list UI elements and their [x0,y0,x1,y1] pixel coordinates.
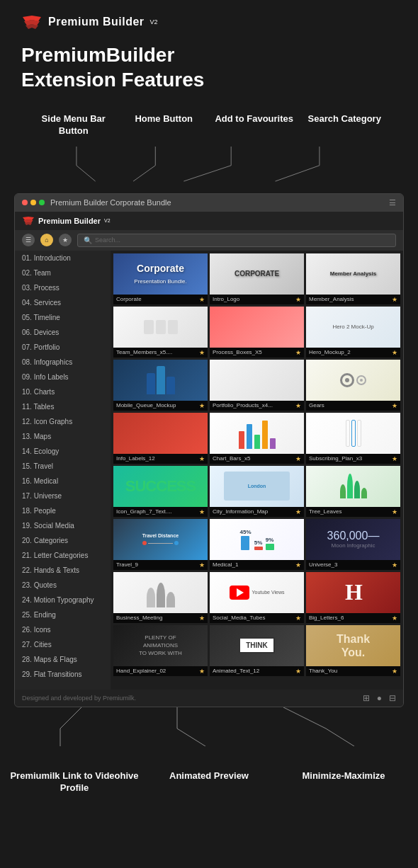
sidebar-item-0[interactable]: 01. Introduction [15,251,111,265]
brand-logo-icon [21,14,43,30]
svg-line-3 [133,166,155,181]
bottom-label-1: Premiumilk Link to Videohive Profile [7,770,142,794]
preview-button[interactable]: ● [377,693,382,703]
sidebar-item-5[interactable]: 06. Devices [15,325,111,340]
plugin-titlebar: Premium Builder Corporate Bundle ☰ [15,194,403,212]
sidebar-item-9[interactable]: 10. Charts [15,384,111,399]
plugin-version: V2 [104,218,111,223]
connector-lines-bottom [14,707,404,749]
grid-item-hero[interactable]: Hero 2 Mock-Up Hero_Mockup_2★ [306,307,400,358]
grid-item-hand[interactable]: PLENTY OFANIMATIONSTO WORK WITH Hand_Exp… [113,625,208,676]
svg-line-12 [283,707,326,729]
plugin-toolbar: ☰ ⌂ ★ 🔍 Search... [15,230,403,251]
sidebar-item-21[interactable]: 22. Hands & Texts [15,563,111,578]
sidebar-item-17[interactable]: 18. People [15,503,111,518]
grid-item-mobile[interactable]: Mobile_Queue_Mockup★ [113,360,208,411]
grid-item-business[interactable]: Business_Meeting★ [113,572,208,623]
grid-item-team[interactable]: Team_Members_x5....★ [113,307,208,358]
sidebar-item-24[interactable]: 25. Ending [15,607,111,622]
grid-item-intro[interactable]: CORPORATE Intro_Logo★ [210,253,304,304]
feature-label-3: Add to Favourites [209,113,300,137]
footer-text: Designed and developed by Premiumilk. [22,695,136,702]
grid-item-member[interactable]: Member Analysis Member_Analysis★ [306,253,400,304]
grid-item-universe[interactable]: 360,000— Moon Infographic Universe_3★ [306,519,400,570]
grid-item-portfolio[interactable]: Portfolio_Products_x4...★ [210,360,304,411]
svg-line-8 [60,707,81,729]
sidebar-item-13[interactable]: 14. Ecology [15,444,111,459]
sidebar-item-2[interactable]: 03. Process [15,280,111,295]
plugin-window: Premium Builder Corporate Bundle ☰ Premi… [14,193,404,707]
youtube-icon [230,586,249,600]
grid-item-travel[interactable]: Travel Distance Travel_9★ [113,519,208,570]
grid-item-tree[interactable]: Tree_Leaves★ [306,466,400,517]
search-icon: 🔍 [84,236,92,244]
sidebar-item-7[interactable]: 08. Infographics [15,355,111,370]
sidebar-item-22[interactable]: 23. Quotes [15,578,111,593]
grid-item-chart[interactable]: Chart_Bars_x5★ [210,413,304,464]
maximize-button[interactable] [39,200,45,205]
plugin-logo: Premium Builder V2 [22,216,111,226]
home-button[interactable]: ⌂ [40,234,53,246]
minimize-button[interactable] [30,200,36,205]
grid-item-city[interactable]: London City_Information_Map★ [210,466,304,517]
search-container: 🔍 Search... [77,234,396,247]
svg-line-1 [77,166,96,181]
sidebar-item-16[interactable]: 17. Universe [15,489,111,503]
search-placeholder: Search... [95,236,120,244]
plugin-logo-text: Premium Builder [38,217,101,225]
bottom-label-3: Minimize-Maximize [276,770,411,794]
list-view-button[interactable]: ⊟ [389,693,396,703]
plugin-header: Premium Builder V2 [15,212,403,230]
connector-svg-top [35,144,383,183]
close-button[interactable] [22,200,28,205]
footer-controls: ⊞ ● ⊟ [363,693,396,703]
logo-row: Premium Builder V2 [21,14,397,30]
grid-item-thankyou[interactable]: ThankYou. Thank_You★ [306,625,400,676]
sidebar-item-26[interactable]: 27. Cities [15,637,111,652]
sidebar-item-6[interactable]: 07. Portfolio [15,340,111,355]
sidebar-item-28[interactable]: 29. Flat Transitions [15,667,111,682]
feature-labels-row: Side Menu Bar Button Home Button Add to … [21,113,397,137]
bottom-label-2: Animated Preview [142,770,276,794]
sidebar-item-19[interactable]: 20. Categories [15,533,111,548]
grid-item-animated[interactable]: THINK Animated_Text_12★ [210,625,304,676]
sidebar-item-27[interactable]: 28. Maps & Flags [15,652,111,667]
sidebar-item-23[interactable]: 24. Motion Typography [15,593,111,607]
sidebar-item-1[interactable]: 02. Team [15,265,111,280]
plugin-title: Premium Builder Corporate Bundle [50,198,171,207]
menu-icon: ☰ [389,198,396,207]
page-title: PremiumBuilder Extension Features [21,42,397,92]
sidebar-item-11[interactable]: 12. Icon Graphs [15,414,111,429]
grid-item-medical[interactable]: 45% 5% 9% [210,519,304,570]
grid-item-icongraph[interactable]: SUCCESS Icon_Graph_7_Text....★ [113,466,208,517]
svg-line-7 [276,166,320,181]
sidebar-item-20[interactable]: 21. Letter Categories [15,548,111,563]
sidebar-item-3[interactable]: 04. Services [15,295,111,310]
svg-line-5 [183,166,231,181]
sidebar-item-14[interactable]: 15. Travel [15,459,111,474]
grid-item-process[interactable]: Process_Boxes_X5★ [210,307,304,358]
think-text: THINK [239,637,275,653]
sidebar-toggle-button[interactable]: ☰ [22,234,35,246]
sidebar-item-12[interactable]: 13. Maps [15,429,111,444]
grid-item-info[interactable]: Info_Labels_12★ [113,413,208,464]
sidebar-item-8[interactable]: 09. Info Labels [15,370,111,384]
connector-svg-bottom [14,707,404,746]
grid-area: CorporatePresentation Bundle. Corporate★… [111,251,403,690]
svg-line-13 [326,729,354,746]
plugin-logo-icon [22,216,35,226]
grid-item-social[interactable]: Youtube Views Social_Media_Tubes★ [210,572,304,623]
sidebar-item-15[interactable]: 16. Medical [15,474,111,489]
template-grid: CorporatePresentation Bundle. Corporate★… [113,253,400,676]
sidebar-item-18[interactable]: 19. Social Media [15,518,111,533]
grid-item-corporate[interactable]: CorporatePresentation Bundle. Corporate★ [113,253,208,304]
favourites-button[interactable]: ★ [59,234,72,246]
grid-item-gears[interactable]: Gears★ [306,360,400,411]
sidebar-item-25[interactable]: 26. Icons [15,622,111,637]
grid-item-subscribe[interactable]: Subscribing_Plan_x3★ [306,413,400,464]
sidebar-item-4[interactable]: 05. Timeline [15,310,111,325]
grid-view-button[interactable]: ⊞ [363,693,370,703]
sidebar-item-10[interactable]: 11. Tables [15,399,111,414]
window-controls [22,200,45,205]
grid-item-bigletters[interactable]: H Big_Letters_6★ [306,572,400,623]
